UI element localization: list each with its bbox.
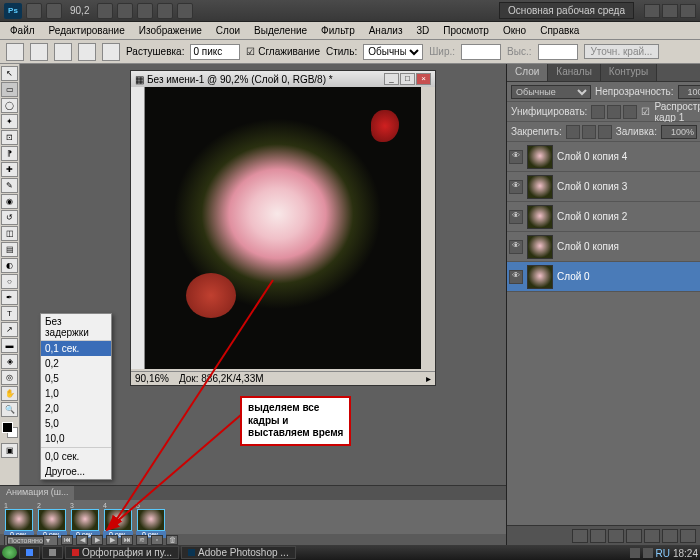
history-icon[interactable]: [46, 3, 62, 19]
doc-minimize-button[interactable]: _: [384, 73, 399, 85]
style-select[interactable]: Обычный: [363, 44, 423, 60]
delay-option[interactable]: 5,0: [41, 416, 111, 431]
opacity-input[interactable]: [678, 85, 700, 99]
delay-option-other[interactable]: Другое...: [41, 464, 111, 479]
history-brush-tool[interactable]: ↺: [1, 210, 18, 225]
tab-animation[interactable]: Анимация (ш...: [0, 486, 74, 500]
blur-tool[interactable]: ◐: [1, 258, 18, 273]
animation-frame[interactable]: 40 сек.: [103, 502, 133, 538]
delay-option[interactable]: 0,2: [41, 356, 111, 371]
play-button[interactable]: ▶: [91, 535, 103, 545]
layer-group-icon[interactable]: [644, 529, 660, 543]
prev-frame-button[interactable]: ◀: [76, 535, 88, 545]
menu-analysis[interactable]: Анализ: [363, 23, 409, 38]
menu-edit[interactable]: Редактирование: [43, 23, 131, 38]
duplicate-frame-button[interactable]: ▫: [151, 535, 163, 545]
type-tool[interactable]: T: [1, 306, 18, 321]
doc-zoom[interactable]: 90,16%: [135, 373, 169, 384]
3d-tool[interactable]: ◈: [1, 354, 18, 369]
heal-tool[interactable]: ✚: [1, 162, 18, 177]
dodge-tool[interactable]: ○: [1, 274, 18, 289]
adjustment-layer-icon[interactable]: [626, 529, 642, 543]
layer-thumb[interactable]: [527, 145, 553, 169]
lock-all-icon[interactable]: [598, 125, 612, 139]
workspace-switcher[interactable]: Основная рабочая среда: [499, 2, 634, 19]
document-canvas[interactable]: [145, 87, 421, 369]
menu-layer[interactable]: Слои: [210, 23, 246, 38]
menu-filter[interactable]: Фильтр: [315, 23, 361, 38]
view-hand-icon[interactable]: [97, 3, 113, 19]
arrange-icon[interactable]: [157, 3, 173, 19]
layer-name[interactable]: Слой 0 копия 4: [557, 151, 627, 162]
animation-frame[interactable]: 20 сек.: [37, 502, 67, 538]
layer-name[interactable]: Слой 0 копия: [557, 241, 619, 252]
3d-camera-tool[interactable]: ◎: [1, 370, 18, 385]
view-rotate-icon[interactable]: [137, 3, 153, 19]
layer-mask-icon[interactable]: [608, 529, 624, 543]
feather-input[interactable]: [190, 44, 240, 60]
quicklaunch[interactable]: [42, 546, 63, 559]
tray-clock[interactable]: 18:24: [673, 548, 698, 558]
tray-icon[interactable]: [630, 548, 640, 558]
view-zoom-icon[interactable]: [117, 3, 133, 19]
bridge-icon[interactable]: [26, 3, 42, 19]
selection-mode-new-icon[interactable]: [30, 43, 48, 61]
next-frame-button[interactable]: ▶: [106, 535, 118, 545]
animation-frame[interactable]: 30 сек.: [70, 502, 100, 538]
visibility-toggle[interactable]: 👁: [509, 210, 523, 224]
ruler-vertical[interactable]: [131, 87, 145, 369]
layer-row[interactable]: 👁Слой 0 копия: [507, 232, 700, 262]
zoom-tool[interactable]: 🔍: [1, 402, 18, 417]
layer-thumb[interactable]: [527, 235, 553, 259]
tray-icon[interactable]: [643, 548, 653, 558]
loop-select[interactable]: Постоянно ▾: [4, 535, 58, 546]
stamp-tool[interactable]: ◉: [1, 194, 18, 209]
delay-option[interactable]: 0,0 сек.: [41, 449, 111, 464]
delay-option[interactable]: 1,0: [41, 386, 111, 401]
blend-mode-select[interactable]: Обычные: [511, 85, 591, 99]
crop-tool[interactable]: ⊡: [1, 130, 18, 145]
taskbar-app[interactable]: Орфография и пу...: [65, 546, 179, 559]
delay-option[interactable]: 2,0: [41, 401, 111, 416]
color-swatch[interactable]: [2, 422, 18, 438]
quickmask-toggle[interactable]: ▣: [1, 443, 18, 458]
path-tool[interactable]: ↗: [1, 322, 18, 337]
layer-thumb[interactable]: [527, 205, 553, 229]
new-layer-icon[interactable]: [662, 529, 678, 543]
unify-visibility-icon[interactable]: [607, 105, 621, 119]
start-button[interactable]: [2, 546, 17, 559]
visibility-toggle[interactable]: 👁: [509, 240, 523, 254]
delete-layer-icon[interactable]: [680, 529, 696, 543]
layer-thumb[interactable]: [527, 175, 553, 199]
delay-option[interactable]: 0,1 сек.: [41, 341, 111, 356]
delete-frame-button[interactable]: 🗑: [166, 535, 178, 545]
hand-tool[interactable]: ✋: [1, 386, 18, 401]
shape-tool[interactable]: ▬: [1, 338, 18, 353]
layer-row[interactable]: 👁Слой 0 копия 3: [507, 172, 700, 202]
layer-row[interactable]: 👁Слой 0 копия 2: [507, 202, 700, 232]
quicklaunch[interactable]: [19, 546, 40, 559]
document-titlebar[interactable]: ▦ Без имени-1 @ 90,2% (Слой 0, RGB/8) * …: [131, 71, 435, 87]
layer-style-icon[interactable]: [590, 529, 606, 543]
minimize-button[interactable]: [644, 4, 660, 18]
layer-name[interactable]: Слой 0: [557, 271, 590, 282]
layer-name[interactable]: Слой 0 копия 3: [557, 181, 627, 192]
gradient-tool[interactable]: ▤: [1, 242, 18, 257]
menu-window[interactable]: Окно: [497, 23, 532, 38]
layer-row[interactable]: 👁Слой 0: [507, 262, 700, 292]
visibility-toggle[interactable]: 👁: [509, 150, 523, 164]
screen-mode-icon[interactable]: [177, 3, 193, 19]
tab-layers[interactable]: Слои: [507, 64, 548, 81]
menu-select[interactable]: Выделение: [248, 23, 313, 38]
move-tool[interactable]: ↖: [1, 66, 18, 81]
pen-tool[interactable]: ✒: [1, 290, 18, 305]
wand-tool[interactable]: ✦: [1, 114, 18, 129]
tab-paths[interactable]: Контуры: [601, 64, 657, 81]
doc-close-button[interactable]: ×: [416, 73, 431, 85]
layer-name[interactable]: Слой 0 копия 2: [557, 211, 627, 222]
menu-3d[interactable]: 3D: [410, 23, 435, 38]
fill-input[interactable]: [661, 125, 697, 139]
tray-lang[interactable]: RU: [656, 548, 670, 558]
eyedropper-tool[interactable]: ⁋: [1, 146, 18, 161]
animation-frame[interactable]: 10 сек.: [4, 502, 34, 538]
